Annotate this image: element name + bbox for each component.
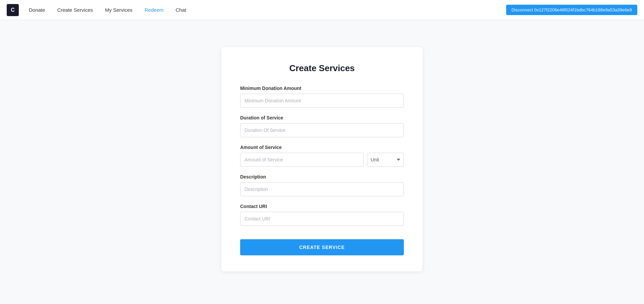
nav-item-donate[interactable]: Donate [29,6,45,14]
min-donation-label: Minimum Donation Amount [240,86,404,91]
nav-item-my-services[interactable]: My Services [105,6,132,14]
duration-label: Duration of Service [240,115,404,120]
duration-group: Duration of Service [240,115,404,137]
create-service-button[interactable]: CREATE SERVICE [240,239,404,255]
description-label: Description [240,174,404,180]
contact-uri-input[interactable] [240,212,404,226]
amount-row: Unit Hours Days Months [240,153,404,167]
amount-input[interactable] [240,153,364,167]
logo-text: C [11,7,15,13]
contact-uri-label: Contact URI [240,204,404,209]
amount-label: Amount of Service [240,145,404,150]
unit-select[interactable]: Unit Hours Days Months [367,153,404,167]
nav-item-create-services[interactable]: Create Services [57,6,93,14]
min-donation-input[interactable] [240,94,404,108]
create-services-card: Create Services Minimum Donation Amount … [221,47,423,271]
description-group: Description [240,174,404,196]
duration-input[interactable] [240,123,404,137]
disconnect-button[interactable]: Disconnect 0x127f2206e48f024f1bdbc764b18… [506,5,637,15]
navbar: C Donate Create Services My Services Red… [0,0,644,20]
amount-group: Amount of Service Unit Hours Days Months [240,145,404,167]
description-input[interactable] [240,182,404,196]
card-title: Create Services [240,63,404,73]
nav-item-chat[interactable]: Chat [175,6,186,14]
nav-item-redeem[interactable]: Redeem [145,6,164,14]
nav-links: Donate Create Services My Services Redee… [29,6,506,14]
min-donation-group: Minimum Donation Amount [240,86,404,108]
contact-uri-group: Contact URI [240,204,404,226]
logo: C [7,4,19,16]
page-content: Create Services Minimum Donation Amount … [0,20,644,304]
